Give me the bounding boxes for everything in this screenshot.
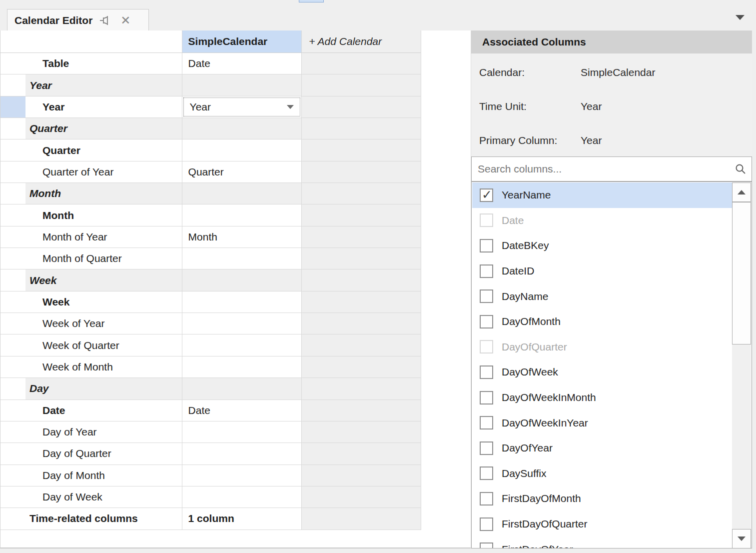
add-calendar-cell[interactable] [301, 400, 421, 421]
add-calendar-cell[interactable] [301, 162, 421, 182]
add-calendar-cell[interactable] [301, 96, 421, 118]
add-calendar-cell[interactable] [301, 248, 421, 269]
checkbox[interactable] [480, 290, 493, 303]
list-item[interactable]: FirstDayOfMonth [472, 486, 733, 512]
table-row[interactable]: DateDate [0, 400, 421, 422]
checkbox[interactable] [480, 442, 493, 455]
list-item[interactable]: DateID [472, 258, 733, 284]
checkbox[interactable] [480, 214, 493, 227]
add-calendar-cell[interactable] [301, 140, 421, 160]
add-calendar-cell[interactable] [301, 334, 421, 356]
list-item[interactable]: DayName [472, 284, 733, 309]
checkbox[interactable] [480, 391, 493, 404]
list-item[interactable]: DayOfWeek [472, 360, 733, 385]
checkbox[interactable] [480, 340, 493, 354]
calendar-value-cell[interactable] [182, 443, 302, 464]
calendar-value-cell[interactable] [182, 334, 302, 356]
add-calendar-cell[interactable] [301, 443, 421, 464]
table-row[interactable]: YearYear [0, 96, 421, 118]
table-row[interactable]: Day of Month [0, 465, 421, 486]
checkbox[interactable] [480, 188, 493, 202]
checkbox[interactable] [480, 366, 493, 379]
calendar-value-cell[interactable] [182, 313, 302, 334]
checkbox[interactable] [480, 518, 493, 531]
calendar-value-cell[interactable]: Date [182, 400, 302, 421]
list-item[interactable]: DateBKey [472, 233, 733, 258]
pin-icon[interactable] [98, 14, 112, 28]
add-calendar-cell[interactable] [301, 422, 421, 442]
checkbox[interactable] [480, 264, 493, 278]
add-calendar-cell[interactable] [301, 356, 421, 378]
calendar-value-cell[interactable] [182, 140, 302, 160]
calendar-value-cell[interactable] [182, 118, 302, 139]
calendar-value-cell[interactable]: Month [182, 226, 302, 248]
add-calendar-cell[interactable] [301, 53, 421, 74]
window-options-caret-icon[interactable] [736, 15, 745, 20]
checkbox[interactable] [480, 315, 493, 328]
calendar-value-cell[interactable] [182, 486, 302, 508]
table-row[interactable]: Day [0, 378, 421, 400]
table-row[interactable]: Month [0, 204, 421, 226]
calendar-value-cell[interactable]: 1 column [182, 508, 302, 529]
calendar-value-cell[interactable] [182, 183, 302, 204]
calendar-value-cell[interactable] [182, 356, 302, 378]
calendar-value-cell[interactable] [182, 270, 302, 290]
tab-calendar-editor[interactable]: Calendar Editor ✕ [7, 9, 149, 31]
list-item[interactable]: DayOfQuarter [472, 334, 733, 360]
table-row[interactable]: Month [0, 183, 421, 204]
calendar-value-cell[interactable] [182, 248, 302, 269]
calendar-value-cell[interactable] [182, 204, 302, 226]
add-calendar-cell[interactable] [301, 292, 421, 312]
table-row[interactable]: Day of Quarter [0, 443, 421, 464]
scroll-up-icon[interactable] [732, 182, 751, 202]
add-calendar-cell[interactable] [301, 508, 421, 529]
table-row[interactable]: Quarter [0, 140, 421, 161]
list-item[interactable]: Date [472, 208, 733, 234]
add-calendar-button[interactable]: + Add Calendar [301, 30, 421, 52]
table-row[interactable]: Year [0, 74, 421, 96]
add-calendar-cell[interactable] [301, 465, 421, 486]
checkbox[interactable] [480, 492, 493, 506]
table-row[interactable]: Week [0, 270, 421, 291]
table-row[interactable]: Week of Month [0, 356, 421, 378]
close-icon[interactable]: ✕ [118, 14, 132, 28]
table-row[interactable]: Month of Quarter [0, 248, 421, 270]
calendar-value-cell[interactable]: Quarter [182, 162, 302, 182]
calendar-value-cell[interactable]: Date [182, 53, 302, 74]
list-item[interactable]: DaySuffix [472, 461, 733, 486]
table-row[interactable]: Time-related columns1 column [0, 508, 421, 530]
table-row[interactable]: Month of YearMonth [0, 226, 421, 248]
checkbox[interactable] [480, 466, 493, 480]
table-row[interactable]: Quarter of YearQuarter [0, 162, 421, 183]
calendar-value-cell[interactable]: Year [182, 96, 302, 118]
list-item[interactable]: FirstDayOfYear [472, 536, 733, 548]
checkbox[interactable] [480, 239, 493, 252]
list-item[interactable]: FirstDayOfQuarter [472, 512, 733, 537]
table-row[interactable]: TableDate [0, 53, 421, 74]
table-row[interactable]: Day of Year [0, 422, 421, 443]
add-calendar-cell[interactable] [301, 270, 421, 290]
add-calendar-cell[interactable] [301, 486, 421, 508]
calendar-value-cell[interactable] [182, 74, 302, 96]
list-item[interactable]: DayOfMonth [472, 309, 733, 334]
table-row[interactable]: Week of Year [0, 313, 421, 334]
calendar-column-dropdown[interactable]: Year [183, 98, 301, 116]
add-calendar-cell[interactable] [301, 183, 421, 204]
calendar-value-cell[interactable] [182, 378, 302, 399]
list-item[interactable]: DayOfWeekInYear [472, 410, 733, 436]
calendar-column-header[interactable]: SimpleCalendar [182, 30, 302, 52]
table-row[interactable]: Week [0, 292, 421, 313]
calendar-value-cell[interactable] [182, 422, 302, 442]
table-row[interactable]: Week of Quarter [0, 334, 421, 356]
list-item[interactable]: DayOfYear [472, 436, 733, 461]
add-calendar-cell[interactable] [301, 74, 421, 96]
table-row[interactable]: Quarter [0, 118, 421, 140]
scroll-down-icon[interactable] [732, 529, 751, 548]
scrollbar-thumb[interactable] [732, 202, 751, 344]
add-calendar-cell[interactable] [301, 378, 421, 399]
toolbar-button-sliver[interactable] [299, 0, 324, 2]
search-input[interactable] [472, 163, 735, 175]
checkbox[interactable] [480, 416, 493, 430]
table-row[interactable]: Day of Week [0, 486, 421, 508]
list-item[interactable]: YearName [472, 182, 733, 208]
